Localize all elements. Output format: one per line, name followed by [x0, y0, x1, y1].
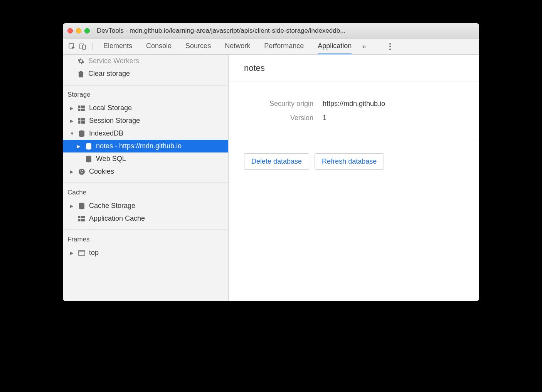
sidebar-item-session-storage[interactable]: ▶ Session Storage — [63, 114, 228, 127]
refresh-database-button[interactable]: Refresh database — [315, 153, 384, 170]
sidebar-item-label: top — [89, 249, 99, 257]
sidebar-item-cache-storage[interactable]: ▶ Cache Storage — [63, 199, 228, 212]
toolbar-divider-2 — [376, 42, 376, 51]
application-sidebar: Service Workers Clear storage Storage ▶ … — [63, 55, 229, 301]
database-detail-panel: notes Security origin https://mdn.github… — [229, 55, 479, 301]
property-label: Version — [244, 114, 313, 122]
svg-rect-2 — [82, 45, 86, 49]
property-value: https://mdn.github.io — [323, 100, 385, 108]
disclosure-right-icon: ▶ — [70, 106, 74, 111]
svg-rect-10 — [81, 121, 85, 124]
database-actions: Delete database Refresh database — [229, 140, 479, 183]
gear-icon — [77, 58, 85, 65]
svg-rect-4 — [81, 106, 85, 108]
database-name-heading: notes — [229, 55, 479, 82]
database-icon — [77, 130, 86, 137]
settings-menu-icon[interactable] — [386, 43, 394, 50]
sidebar-item-web-sql[interactable]: Web SQL — [63, 152, 228, 165]
svg-rect-24 — [79, 251, 85, 255]
property-label: Security origin — [244, 100, 313, 108]
sidebar-item-label: Service Workers — [88, 57, 139, 65]
sidebar-item-service-workers[interactable]: Service Workers — [63, 55, 228, 67]
sidebar-item-local-storage[interactable]: ▶ Local Storage — [63, 102, 228, 114]
svg-rect-9 — [78, 121, 80, 124]
device-toolbar-icon[interactable] — [77, 41, 88, 52]
window-titlebar: DevTools - mdn.github.io/learning-area/j… — [63, 23, 479, 39]
disclosure-right-icon: ▶ — [70, 169, 74, 174]
svg-rect-22 — [78, 219, 80, 221]
database-icon — [84, 156, 93, 162]
tab-sources[interactable]: Sources — [185, 39, 211, 54]
sidebar-item-cookies[interactable]: ▶ Cookies — [63, 165, 228, 178]
tabs-overflow-icon[interactable]: » — [362, 43, 366, 50]
sidebar-section-frames: Frames — [63, 230, 228, 246]
window-title: DevTools - mdn.github.io/learning-area/j… — [97, 27, 475, 35]
sidebar-item-label: notes - https://mdn.github.io — [96, 142, 182, 150]
sidebar-item-top-frame[interactable]: ▶ top — [63, 246, 228, 259]
sidebar-item-label: Local Storage — [89, 104, 132, 112]
sidebar-item-indexeddb[interactable]: ▼ IndexedDB — [63, 127, 228, 140]
devtools-window: DevTools - mdn.github.io/learning-area/j… — [63, 23, 479, 301]
grid-icon — [77, 216, 86, 221]
disclosure-right-icon: ▶ — [70, 203, 74, 209]
sidebar-item-label: IndexedDB — [89, 129, 123, 137]
disclosure-down-icon: ▼ — [70, 131, 74, 136]
sidebar-item-label: Cache Storage — [89, 202, 135, 210]
disclosure-right-icon: ▶ — [70, 118, 74, 124]
svg-rect-7 — [78, 118, 80, 121]
sidebar-section-storage: Storage — [63, 85, 228, 102]
devtools-body: Service Workers Clear storage Storage ▶ … — [63, 55, 479, 301]
svg-rect-3 — [78, 106, 80, 108]
database-icon — [84, 143, 93, 150]
sidebar-item-label: Session Storage — [89, 117, 140, 125]
sidebar-item-label: Clear storage — [88, 70, 130, 78]
svg-rect-6 — [81, 109, 85, 111]
svg-point-17 — [81, 172, 82, 173]
svg-rect-21 — [81, 216, 85, 218]
property-row-security-origin: Security origin https://mdn.github.io — [244, 100, 464, 108]
tab-network[interactable]: Network — [225, 39, 250, 54]
devtools-tabs: Elements Console Sources Network Perform… — [103, 39, 352, 54]
svg-rect-23 — [81, 219, 85, 221]
svg-point-18 — [82, 172, 83, 173]
sidebar-item-application-cache[interactable]: Application Cache — [63, 212, 228, 225]
sidebar-item-label: Web SQL — [96, 155, 126, 163]
frame-icon — [77, 250, 86, 256]
grid-icon — [77, 106, 86, 111]
property-value: 1 — [323, 114, 327, 122]
svg-rect-20 — [78, 216, 80, 218]
grid-icon — [77, 118, 86, 124]
devtools-toolbar: Elements Console Sources Network Perform… — [63, 39, 479, 55]
svg-point-16 — [82, 170, 83, 171]
sidebar-item-label: Application Cache — [89, 214, 145, 223]
database-icon — [77, 203, 86, 209]
disclosure-right-icon: ▶ — [70, 250, 74, 256]
window-maximize-button[interactable] — [84, 28, 90, 34]
tab-console[interactable]: Console — [146, 39, 172, 54]
svg-rect-5 — [78, 109, 80, 111]
tab-performance[interactable]: Performance — [264, 39, 304, 54]
property-row-version: Version 1 — [244, 114, 464, 122]
toolbar-divider — [92, 42, 93, 51]
delete-database-button[interactable]: Delete database — [244, 153, 309, 170]
tab-application[interactable]: Application — [318, 39, 352, 54]
window-close-button[interactable] — [67, 28, 73, 34]
sidebar-item-clear-storage[interactable]: Clear storage — [63, 67, 228, 80]
svg-rect-8 — [81, 118, 85, 121]
disclosure-right-icon: ▶ — [77, 144, 81, 149]
database-properties: Security origin https://mdn.github.io Ve… — [229, 82, 479, 140]
window-minimize-button[interactable] — [76, 28, 81, 34]
tab-elements[interactable]: Elements — [103, 39, 132, 54]
trash-icon — [77, 70, 85, 77]
sidebar-item-notes-db[interactable]: ▶ notes - https://mdn.github.io — [63, 140, 228, 152]
cookie-icon — [77, 168, 86, 175]
toolbar-overflow: » — [362, 42, 394, 51]
sidebar-section-cache: Cache — [63, 183, 228, 199]
sidebar-item-label: Cookies — [89, 168, 114, 176]
svg-point-15 — [80, 170, 81, 171]
inspect-element-icon[interactable] — [67, 41, 77, 52]
svg-point-14 — [79, 169, 85, 175]
